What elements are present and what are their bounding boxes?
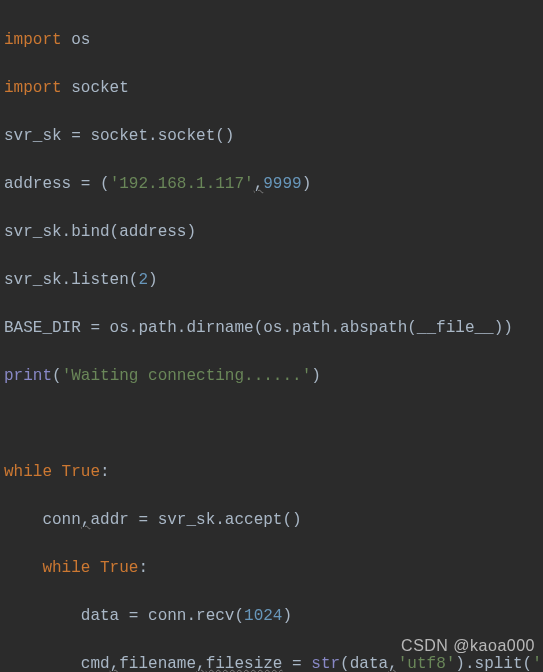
- code-line: import socket: [4, 76, 539, 100]
- watermark: CSDN @kaoa000: [401, 634, 535, 658]
- code-line: import os: [4, 28, 539, 52]
- code-line: address = ('192.168.1.117',9999): [4, 172, 539, 196]
- code-line: svr_sk.bind(address): [4, 220, 539, 244]
- code-line: while True:: [4, 460, 539, 484]
- code-line: while True:: [4, 556, 539, 580]
- code-line: print('Waiting connecting......'): [4, 364, 539, 388]
- code-line: svr_sk.listen(2): [4, 268, 539, 292]
- code-line: conn,addr = svr_sk.accept(): [4, 508, 539, 532]
- code-line: data = conn.recv(1024): [4, 604, 539, 628]
- code-line: BASE_DIR = os.path.dirname(os.path.abspa…: [4, 316, 539, 340]
- code-editor[interactable]: import os import socket svr_sk = socket.…: [0, 0, 543, 672]
- code-line: svr_sk = socket.socket(): [4, 124, 539, 148]
- code-line: [4, 412, 539, 436]
